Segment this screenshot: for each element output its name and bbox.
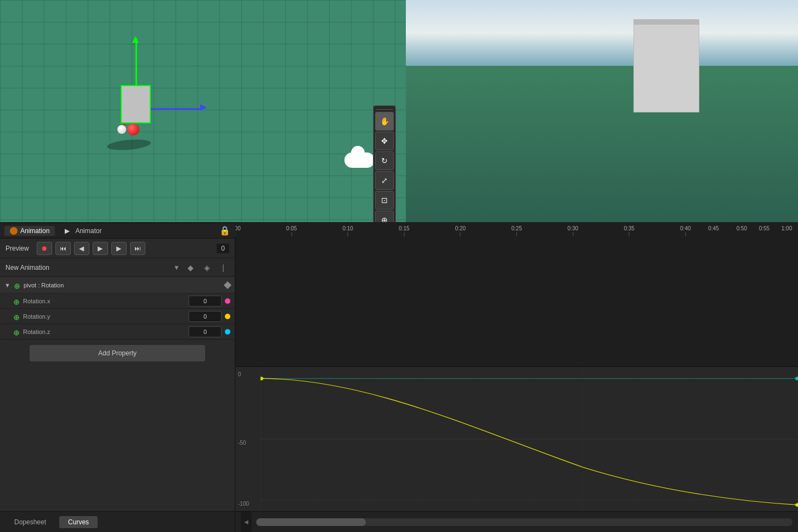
tick-0:15: [404, 232, 404, 236]
dopesheet-tab[interactable]: Dopesheet: [5, 516, 55, 528]
tick-0:10: [348, 232, 348, 236]
lock-icon[interactable]: 🔒: [219, 225, 230, 236]
prev-frame-button[interactable]: ◀: [74, 242, 89, 255]
tick-0:35: [629, 232, 630, 236]
ruler-0:10: 0:10: [342, 225, 353, 231]
rotation-x-value[interactable]: 0: [189, 296, 222, 307]
ruler-0:20: 0:20: [455, 225, 466, 231]
hand-tool[interactable]: ✋: [375, 112, 394, 131]
rotation-x-row[interactable]: Rotation.x 0: [0, 293, 235, 309]
svg-point-28: [795, 377, 798, 380]
rotation-z-value[interactable]: 0: [189, 326, 222, 337]
tick-0:05: [291, 232, 292, 236]
white-sphere: [117, 125, 126, 134]
rotation-z-label: Rotation.z: [23, 329, 185, 335]
curves-area[interactable]: 0 -50 -100: [235, 367, 798, 511]
game-cube: [633, 22, 699, 112]
y-label-0: 0: [238, 371, 258, 377]
timeline-ruler: 0:00 0:05 0:10 0:15 0:20 0:25 0:30 0:35 …: [235, 222, 798, 367]
animation-tab[interactable]: Animation: [4, 226, 55, 236]
timeline-area: 0:00 0:05 0:10 0:15 0:20 0:25 0:30 0:35 …: [235, 222, 798, 532]
record-button[interactable]: ⏺: [37, 242, 52, 255]
scene-cube: [121, 85, 151, 123]
custom-tool[interactable]: ⊕: [375, 211, 394, 222]
scene-cloud: [344, 152, 375, 168]
tool-divider: [376, 109, 393, 110]
rotation-z-keyframe-dot[interactable]: [225, 329, 230, 335]
scene-view[interactable]: ✋ ✥ ↻ ⤢ ⊡ ⊕: [0, 0, 406, 222]
rotate-tool[interactable]: ↻: [375, 151, 394, 170]
scene-grid: [0, 0, 406, 222]
red-sphere: [127, 123, 139, 135]
game-view[interactable]: [406, 0, 798, 222]
ruler-0:05: 0:05: [286, 225, 297, 231]
tick-0:25: [517, 232, 517, 236]
animator-tab[interactable]: ▶ Animator: [59, 226, 107, 236]
ruler-0:35: 0:35: [624, 225, 634, 231]
x-axis-arrow: [200, 104, 207, 111]
ruler-1:00: 1:00: [782, 225, 792, 231]
tick-0:30: [573, 232, 573, 236]
property-group-header[interactable]: ▼ pivot : Rotation: [0, 277, 235, 293]
ruler-0:55: 0:55: [759, 225, 769, 231]
add-event-button[interactable]: ◈: [201, 262, 213, 274]
settings-button[interactable]: |: [217, 262, 229, 274]
svg-point-30: [795, 503, 798, 507]
ruler-0:00: 0:00: [235, 225, 241, 231]
curves-tab[interactable]: Curves: [59, 516, 98, 528]
dropdown-arrow-icon[interactable]: ▼: [173, 264, 180, 271]
bottom-tabs: Dopesheet Curves: [0, 511, 235, 532]
add-keyframe-button[interactable]: ◆: [184, 262, 196, 274]
tick-0:40: [685, 232, 686, 236]
tool-palette: ✋ ✥ ↻ ⤢ ⊡ ⊕: [373, 105, 396, 222]
y-label-100: -100: [238, 501, 258, 507]
add-property-button[interactable]: Add Property: [30, 345, 205, 361]
goto-end-button[interactable]: ⏭: [130, 242, 145, 255]
ruler-0:25: 0:25: [511, 225, 522, 231]
play-button[interactable]: ▶: [93, 242, 108, 255]
ruler-0:40: 0:40: [680, 225, 691, 231]
next-frame-button[interactable]: ▶: [111, 242, 127, 255]
y-axis-labels: 0 -50 -100: [235, 367, 261, 511]
rotation-y-keyframe-dot[interactable]: [225, 314, 230, 319]
ruler-0:30: 0:30: [568, 225, 578, 231]
rotation-y-row[interactable]: Rotation.y 0: [0, 309, 235, 324]
y-axis: [135, 38, 137, 85]
preview-label: Preview: [5, 245, 29, 252]
timeline-bottom-bar: ◀: [235, 511, 798, 532]
bottom-section: Animation ▶ Animator 🔒 Preview ⏺ ⏮ ◀ ▶ ▶…: [0, 222, 798, 532]
tick-0:20: [460, 232, 461, 236]
rect-tool[interactable]: ⊡: [375, 191, 394, 210]
animation-name: New Animation: [5, 264, 169, 271]
game-ground: [406, 66, 798, 222]
game-sky: [406, 0, 798, 66]
animation-panel: Animation ▶ Animator 🔒 Preview ⏺ ⏮ ◀ ▶ ▶…: [0, 222, 235, 532]
tick-0:00: [235, 232, 236, 236]
goto-start-button[interactable]: ⏮: [55, 242, 71, 255]
game-cube-top: [633, 19, 699, 25]
group-diamond[interactable]: [224, 281, 231, 288]
scale-tool[interactable]: ⤢: [375, 171, 394, 190]
rotation-x-keyframe-dot[interactable]: [225, 298, 230, 304]
animation-name-row: New Animation ▼ ◆ ◈ |: [0, 258, 235, 277]
y-label-50: -50: [238, 440, 258, 446]
ruler-0:50: 0:50: [737, 225, 747, 231]
ruler-0:45: 0:45: [708, 225, 718, 231]
rotation-y-label: Rotation.y: [23, 313, 185, 320]
playback-toolbar: Preview ⏺ ⏮ ◀ ▶ ▶ ⏭ 0: [0, 239, 235, 258]
scroll-left-button[interactable]: ◀: [241, 512, 252, 532]
curve-svg: [261, 367, 798, 511]
rotation-x-label: Rotation.x: [23, 298, 185, 304]
top-section: ✋ ✥ ↻ ⤢ ⊡ ⊕: [0, 0, 798, 222]
svg-point-29: [261, 377, 263, 380]
time-display: 0: [217, 244, 229, 253]
property-list: ▼ pivot : Rotation Rotation.x 0: [0, 277, 235, 511]
ruler-0:15: 0:15: [399, 225, 409, 231]
horizontal-scrollbar[interactable]: [256, 518, 793, 526]
rotation-z-row[interactable]: Rotation.z 0: [0, 324, 235, 339]
property-group-label: pivot : Rotation: [24, 282, 222, 288]
animation-tabs: Animation ▶ Animator 🔒: [0, 223, 235, 239]
rotation-y-value[interactable]: 0: [189, 311, 222, 322]
scrollbar-thumb[interactable]: [256, 518, 366, 526]
move-tool[interactable]: ✥: [375, 132, 394, 150]
